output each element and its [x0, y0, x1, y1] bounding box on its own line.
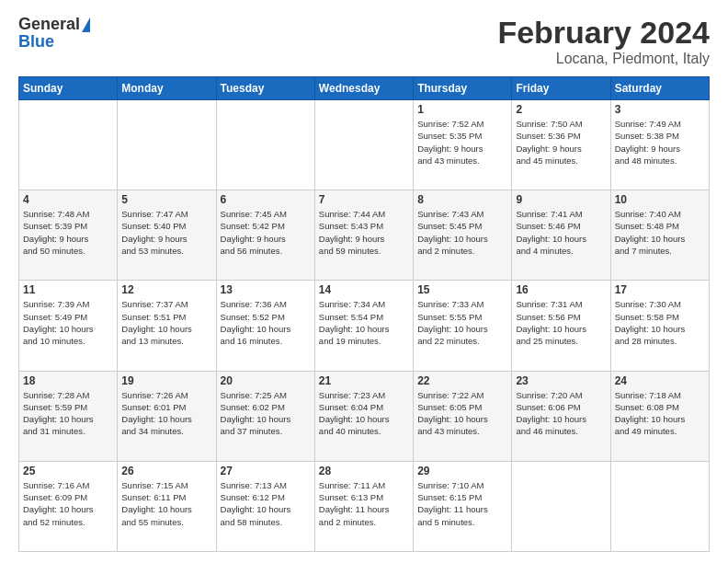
day-info: Sunrise: 7:10 AMSunset: 6:15 PMDaylight:…	[417, 479, 507, 528]
day-number: 2	[516, 103, 606, 116]
day-info: Sunrise: 7:49 AMSunset: 5:38 PMDaylight:…	[615, 118, 705, 167]
day-info: Sunrise: 7:50 AMSunset: 5:36 PMDaylight:…	[516, 118, 606, 167]
day-info: Sunrise: 7:52 AMSunset: 5:35 PMDaylight:…	[417, 118, 507, 167]
day-info: Sunrise: 7:39 AMSunset: 5:49 PMDaylight:…	[23, 298, 113, 347]
day-info: Sunrise: 7:30 AMSunset: 5:58 PMDaylight:…	[615, 298, 705, 347]
calendar-day-header: Thursday	[414, 77, 512, 100]
calendar-day-header: Wednesday	[314, 77, 413, 100]
day-info: Sunrise: 7:11 AMSunset: 6:13 PMDaylight:…	[319, 479, 409, 528]
day-number: 20	[221, 374, 311, 387]
calendar-cell: 26Sunrise: 7:15 AMSunset: 6:11 PMDayligh…	[118, 461, 216, 551]
day-number: 26	[121, 465, 211, 477]
day-info: Sunrise: 7:45 AMSunset: 5:42 PMDaylight:…	[221, 208, 311, 257]
day-info: Sunrise: 7:13 AMSunset: 6:12 PMDaylight:…	[221, 479, 311, 528]
calendar-cell: 5Sunrise: 7:47 AMSunset: 5:40 PMDaylight…	[118, 190, 216, 281]
calendar-cell: 20Sunrise: 7:25 AMSunset: 6:02 PMDayligh…	[216, 371, 314, 461]
day-number: 24	[615, 374, 705, 387]
calendar-day-header: Tuesday	[216, 77, 314, 100]
calendar-cell: 7Sunrise: 7:44 AMSunset: 5:43 PMDaylight…	[314, 190, 413, 281]
day-number: 1	[417, 103, 507, 116]
page: General Blue February 2024 Locana, Piedm…	[0, 0, 728, 563]
calendar-cell: 28Sunrise: 7:11 AMSunset: 6:13 PMDayligh…	[314, 461, 413, 551]
calendar-table: SundayMondayTuesdayWednesdayThursdayFrid…	[18, 76, 710, 552]
calendar-cell: 18Sunrise: 7:28 AMSunset: 5:59 PMDayligh…	[19, 371, 118, 461]
title-block: February 2024 Locana, Piedmont, Italy	[497, 15, 710, 67]
day-info: Sunrise: 7:22 AMSunset: 6:05 PMDaylight:…	[417, 389, 507, 438]
day-info: Sunrise: 7:47 AMSunset: 5:40 PMDaylight:…	[121, 208, 211, 257]
day-number: 7	[319, 193, 409, 206]
day-info: Sunrise: 7:26 AMSunset: 6:01 PMDaylight:…	[121, 389, 211, 438]
calendar-day-header: Saturday	[610, 77, 709, 100]
calendar-cell: 23Sunrise: 7:20 AMSunset: 6:06 PMDayligh…	[512, 371, 610, 461]
calendar-cell: 17Sunrise: 7:30 AMSunset: 5:58 PMDayligh…	[610, 281, 709, 371]
day-number: 8	[417, 193, 507, 206]
calendar-day-header: Friday	[512, 77, 610, 100]
logo-general: General	[18, 15, 80, 34]
calendar-cell: 25Sunrise: 7:16 AMSunset: 6:09 PMDayligh…	[19, 461, 118, 551]
day-number: 17	[615, 283, 705, 296]
calendar-cell: 9Sunrise: 7:41 AMSunset: 5:46 PMDaylight…	[512, 190, 610, 281]
calendar-cell: 1Sunrise: 7:52 AMSunset: 5:35 PMDaylight…	[414, 100, 512, 190]
day-info: Sunrise: 7:25 AMSunset: 6:02 PMDaylight:…	[221, 389, 311, 438]
calendar-cell	[512, 461, 610, 551]
day-info: Sunrise: 7:40 AMSunset: 5:48 PMDaylight:…	[615, 208, 705, 257]
calendar-cell: 12Sunrise: 7:37 AMSunset: 5:51 PMDayligh…	[118, 281, 216, 371]
day-number: 12	[121, 283, 211, 296]
calendar-cell	[118, 100, 216, 190]
day-number: 5	[121, 193, 211, 206]
day-info: Sunrise: 7:34 AMSunset: 5:54 PMDaylight:…	[319, 298, 409, 347]
calendar-cell: 29Sunrise: 7:10 AMSunset: 6:15 PMDayligh…	[414, 461, 512, 551]
logo: General Blue	[18, 15, 90, 52]
month-title: February 2024	[497, 15, 710, 51]
day-number: 25	[23, 465, 113, 477]
day-info: Sunrise: 7:33 AMSunset: 5:55 PMDaylight:…	[417, 298, 507, 347]
day-info: Sunrise: 7:20 AMSunset: 6:06 PMDaylight:…	[516, 389, 606, 438]
calendar-cell: 24Sunrise: 7:18 AMSunset: 6:08 PMDayligh…	[610, 371, 709, 461]
header: General Blue February 2024 Locana, Piedm…	[18, 15, 710, 67]
day-number: 15	[417, 283, 507, 296]
calendar-day-header: Sunday	[19, 77, 118, 100]
calendar-cell: 15Sunrise: 7:33 AMSunset: 5:55 PMDayligh…	[414, 281, 512, 371]
calendar-cell: 13Sunrise: 7:36 AMSunset: 5:52 PMDayligh…	[216, 281, 314, 371]
calendar-week-row: 1Sunrise: 7:52 AMSunset: 5:35 PMDaylight…	[19, 100, 710, 190]
calendar-cell: 14Sunrise: 7:34 AMSunset: 5:54 PMDayligh…	[314, 281, 413, 371]
day-number: 13	[221, 283, 311, 296]
calendar-cell: 19Sunrise: 7:26 AMSunset: 6:01 PMDayligh…	[118, 371, 216, 461]
day-number: 14	[319, 283, 409, 296]
calendar-cell	[216, 100, 314, 190]
day-info: Sunrise: 7:36 AMSunset: 5:52 PMDaylight:…	[221, 298, 311, 347]
day-number: 19	[121, 374, 211, 387]
calendar-cell: 16Sunrise: 7:31 AMSunset: 5:56 PMDayligh…	[512, 281, 610, 371]
day-number: 10	[615, 193, 705, 206]
day-info: Sunrise: 7:15 AMSunset: 6:11 PMDaylight:…	[121, 479, 211, 528]
calendar-cell: 21Sunrise: 7:23 AMSunset: 6:04 PMDayligh…	[314, 371, 413, 461]
day-number: 16	[516, 283, 606, 296]
calendar-cell	[610, 461, 709, 551]
day-info: Sunrise: 7:44 AMSunset: 5:43 PMDaylight:…	[319, 208, 409, 257]
day-info: Sunrise: 7:31 AMSunset: 5:56 PMDaylight:…	[516, 298, 606, 347]
location-title: Locana, Piedmont, Italy	[497, 51, 710, 67]
day-number: 22	[417, 374, 507, 387]
day-info: Sunrise: 7:16 AMSunset: 6:09 PMDaylight:…	[23, 479, 113, 528]
day-info: Sunrise: 7:28 AMSunset: 5:59 PMDaylight:…	[23, 389, 113, 438]
calendar-cell: 3Sunrise: 7:49 AMSunset: 5:38 PMDaylight…	[610, 100, 709, 190]
day-number: 4	[23, 193, 113, 206]
calendar-cell: 27Sunrise: 7:13 AMSunset: 6:12 PMDayligh…	[216, 461, 314, 551]
day-number: 28	[319, 465, 409, 477]
calendar-day-header: Monday	[118, 77, 216, 100]
day-info: Sunrise: 7:43 AMSunset: 5:45 PMDaylight:…	[417, 208, 507, 257]
day-info: Sunrise: 7:37 AMSunset: 5:51 PMDaylight:…	[121, 298, 211, 347]
logo-blue: Blue	[18, 32, 54, 52]
calendar-cell: 6Sunrise: 7:45 AMSunset: 5:42 PMDaylight…	[216, 190, 314, 281]
calendar-header-row: SundayMondayTuesdayWednesdayThursdayFrid…	[19, 77, 710, 100]
calendar-cell	[19, 100, 118, 190]
day-info: Sunrise: 7:18 AMSunset: 6:08 PMDaylight:…	[615, 389, 705, 438]
day-number: 29	[417, 465, 507, 477]
calendar-week-row: 11Sunrise: 7:39 AMSunset: 5:49 PMDayligh…	[19, 281, 710, 371]
calendar-cell: 22Sunrise: 7:22 AMSunset: 6:05 PMDayligh…	[414, 371, 512, 461]
calendar-cell: 11Sunrise: 7:39 AMSunset: 5:49 PMDayligh…	[19, 281, 118, 371]
calendar-cell	[314, 100, 413, 190]
day-info: Sunrise: 7:41 AMSunset: 5:46 PMDaylight:…	[516, 208, 606, 257]
day-number: 18	[23, 374, 113, 387]
calendar-cell: 10Sunrise: 7:40 AMSunset: 5:48 PMDayligh…	[610, 190, 709, 281]
